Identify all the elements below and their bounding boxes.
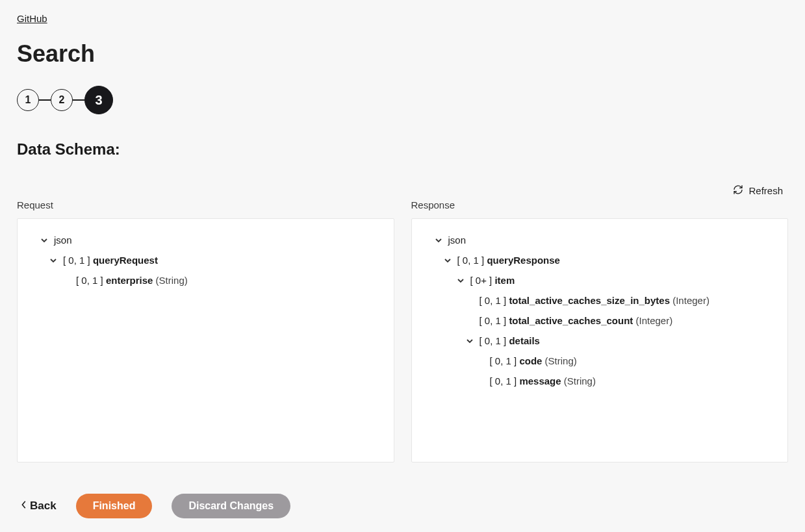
tree-root-label: json bbox=[448, 233, 466, 247]
tree-row-text: [ 0, 1 ] message (String) bbox=[490, 374, 596, 388]
back-button[interactable]: Back bbox=[21, 500, 57, 513]
back-label: Back bbox=[30, 500, 57, 513]
response-label: Response bbox=[411, 199, 789, 210]
tree-row[interactable]: [ 0+ ] item bbox=[425, 273, 775, 287]
stepper: 1 2 3 bbox=[17, 86, 788, 114]
tree-row[interactable]: [ 0, 1 ] queryResponse bbox=[425, 253, 775, 267]
tree-root[interactable]: json bbox=[31, 233, 381, 247]
breadcrumb-link[interactable]: GitHub bbox=[17, 13, 47, 24]
tree-row-text: [ 0, 1 ] queryRequest bbox=[63, 253, 158, 267]
tree-row-text: [ 0, 1 ] details bbox=[479, 334, 540, 348]
tree-row-text: [ 0+ ] item bbox=[470, 273, 515, 287]
chevron-down-icon bbox=[434, 236, 443, 244]
chevron-left-icon bbox=[21, 500, 27, 513]
tree-row-text: [ 0, 1 ] total_active_caches_count (Inte… bbox=[479, 314, 673, 327]
tree-row: [ 0, 1 ] message (String) bbox=[425, 374, 775, 388]
discard-button[interactable]: Discard Changes bbox=[172, 494, 290, 518]
tree-row: [ 0, 1 ] total_active_caches_size_in_byt… bbox=[425, 294, 775, 307]
tree-row[interactable]: [ 0, 1 ] details bbox=[425, 334, 775, 348]
chevron-down-icon bbox=[49, 257, 58, 264]
step-connector bbox=[39, 99, 51, 101]
step-3[interactable]: 3 bbox=[84, 86, 113, 114]
finished-button[interactable]: Finished bbox=[76, 494, 153, 518]
tree-row: [ 0, 1 ] enterprise (String) bbox=[31, 273, 381, 287]
refresh-label: Refresh bbox=[748, 185, 783, 196]
tree-row-text: [ 0, 1 ] code (String) bbox=[490, 354, 577, 368]
tree-row[interactable]: [ 0, 1 ] queryRequest bbox=[31, 253, 381, 267]
tree-row-text: [ 0, 1 ] enterprise (String) bbox=[76, 273, 188, 287]
refresh-icon bbox=[733, 184, 743, 197]
request-label: Request bbox=[17, 199, 394, 210]
response-card: json[ 0, 1 ] queryResponse[ 0+ ] item[ 0… bbox=[411, 218, 789, 462]
chevron-down-icon bbox=[456, 277, 465, 285]
chevron-down-icon bbox=[465, 337, 474, 345]
refresh-button[interactable]: Refresh bbox=[17, 184, 788, 197]
tree-row-text: [ 0, 1 ] queryResponse bbox=[457, 253, 560, 267]
chevron-down-icon bbox=[40, 236, 49, 244]
section-title: Data Schema: bbox=[17, 140, 788, 158]
request-card: json[ 0, 1 ] queryRequest[ 0, 1 ] enterp… bbox=[17, 218, 394, 462]
tree-root[interactable]: json bbox=[425, 233, 775, 247]
step-1[interactable]: 1 bbox=[17, 89, 39, 111]
page-title: Search bbox=[17, 40, 788, 68]
tree-row: [ 0, 1 ] code (String) bbox=[425, 354, 775, 368]
tree-row: [ 0, 1 ] total_active_caches_count (Inte… bbox=[425, 314, 775, 327]
step-connector bbox=[73, 99, 84, 101]
step-2[interactable]: 2 bbox=[51, 89, 73, 111]
tree-row-text: [ 0, 1 ] total_active_caches_size_in_byt… bbox=[479, 294, 709, 307]
chevron-down-icon bbox=[443, 257, 452, 264]
tree-root-label: json bbox=[54, 233, 72, 247]
